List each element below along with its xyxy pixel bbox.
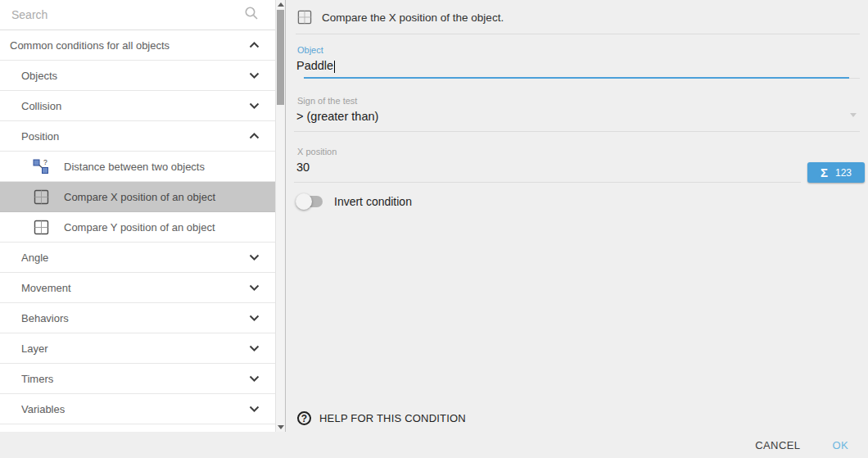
help-button[interactable]: ? HELP FOR THIS CONDITION <box>286 411 868 432</box>
sidebar-item-movement[interactable]: Movement <box>0 273 275 303</box>
toggle-knob <box>296 193 312 210</box>
search-row <box>0 0 275 30</box>
sidebar-item-label: Behaviors <box>21 312 249 324</box>
sidebar-item-distance-between-objects[interactable]: ? Distance between two objects <box>0 152 275 182</box>
compare-x-icon <box>33 189 49 205</box>
numbers-icon: 123 <box>835 167 852 179</box>
sidebar-item-label: Objects <box>21 70 249 82</box>
object-field-label: Object <box>286 45 868 55</box>
sidebar-item-timers[interactable]: Timers <box>0 364 275 394</box>
chevron-down-icon <box>249 284 260 291</box>
sidebar-item-label: Timers <box>21 373 249 385</box>
compare-position-icon <box>297 10 312 25</box>
sidebar-item-objects[interactable]: Objects <box>0 61 275 91</box>
dialog-action-bar: CANCEL OK <box>0 432 868 458</box>
sidebar-item-variables[interactable]: Variables <box>0 394 275 424</box>
expression-editor-button[interactable]: Σ 123 <box>807 162 865 183</box>
condition-editor-dialog: Common conditions for all objects Object… <box>0 0 868 458</box>
dropdown-arrow-icon <box>850 113 857 117</box>
invert-condition-toggle[interactable] <box>296 193 323 210</box>
sidebar-item-behaviors[interactable]: Behaviors <box>0 303 275 333</box>
sidebar-item-label: Variables <box>21 403 249 415</box>
x-position-underline <box>294 182 801 183</box>
compare-y-icon <box>33 220 49 235</box>
object-field-group: Object Paddle <box>286 45 868 79</box>
help-label: HELP FOR THIS CONDITION <box>319 412 466 424</box>
chevron-up-icon <box>249 133 260 139</box>
object-field-underline <box>304 77 860 79</box>
sigma-icon: Σ <box>821 166 828 179</box>
cancel-button[interactable]: CANCEL <box>755 439 800 451</box>
sidebar-item-label: Layer <box>21 342 249 355</box>
sidebar-scrollbar[interactable] <box>275 0 285 432</box>
sidebar-item-label: Position <box>21 130 249 143</box>
text-cursor <box>334 61 335 73</box>
chevron-down-icon <box>249 375 260 382</box>
sidebar-item-angle[interactable]: Angle <box>0 243 275 273</box>
invert-condition-label: Invert condition <box>334 195 412 208</box>
chevron-down-icon <box>249 345 260 351</box>
distance-icon: ? <box>33 158 49 175</box>
x-position-field-group: X position 30 Σ 123 <box>286 147 868 183</box>
object-field-input[interactable]: Paddle <box>286 58 868 73</box>
sidebar-item-collision[interactable]: Collision <box>0 91 275 121</box>
x-position-value: 30 <box>286 160 801 175</box>
search-icon <box>244 6 259 24</box>
svg-text:?: ? <box>43 158 47 166</box>
conditions-sidebar: Common conditions for all objects Object… <box>0 0 285 432</box>
condition-detail-panel: Compare the X position of the object. Ob… <box>285 0 868 432</box>
sidebar-item-layer[interactable]: Layer <box>0 333 275 364</box>
sign-selected-value: > (greater than) <box>286 109 850 124</box>
condition-header: Compare the X position of the object. <box>286 0 868 33</box>
sidebar-item-label: Collision <box>21 100 249 112</box>
scroll-up-icon[interactable] <box>278 2 284 7</box>
sidebar-item-compare-x-position[interactable]: Compare X position of an object <box>0 182 275 212</box>
scrollbar-thumb[interactable] <box>277 10 284 105</box>
sidebar-item-common-conditions[interactable]: Common conditions for all objects <box>0 30 275 61</box>
chevron-up-icon <box>249 42 260 48</box>
x-position-input[interactable]: 30 <box>286 156 801 183</box>
x-position-field-label: X position <box>286 147 868 156</box>
chevron-down-icon <box>249 254 260 261</box>
sidebar-item-label: Angle <box>21 252 249 264</box>
sign-select[interactable]: > (greater than) <box>286 106 868 124</box>
sign-field-group: Sign of the test > (greater than) <box>286 96 868 132</box>
sign-field-underline <box>294 131 860 132</box>
sidebar-item-label: Common conditions for all objects <box>10 39 249 52</box>
chevron-down-icon <box>249 315 260 321</box>
invert-condition-row: Invert condition <box>286 193 868 210</box>
sidebar-item-position[interactable]: Position <box>0 121 275 152</box>
chevron-down-icon <box>249 406 260 412</box>
scroll-down-icon[interactable] <box>278 425 284 429</box>
sidebar-item-label: Distance between two objects <box>64 161 275 173</box>
chevron-down-icon <box>249 72 260 79</box>
sidebar-item-label: Movement <box>21 282 249 294</box>
divider <box>296 34 860 34</box>
help-icon: ? <box>297 411 311 425</box>
search-input[interactable] <box>11 8 244 21</box>
main-row: Common conditions for all objects Object… <box>0 0 868 432</box>
ok-button[interactable]: OK <box>832 439 848 451</box>
sidebar-item-compare-y-position[interactable]: Compare Y position of an object <box>0 212 275 243</box>
sidebar-item-label: Compare Y position of an object <box>64 221 275 234</box>
sidebar-item-label: Compare X position of an object <box>64 191 275 203</box>
sign-field-label: Sign of the test <box>286 96 868 106</box>
condition-title: Compare the X position of the object. <box>322 11 504 24</box>
chevron-down-icon <box>249 102 260 109</box>
